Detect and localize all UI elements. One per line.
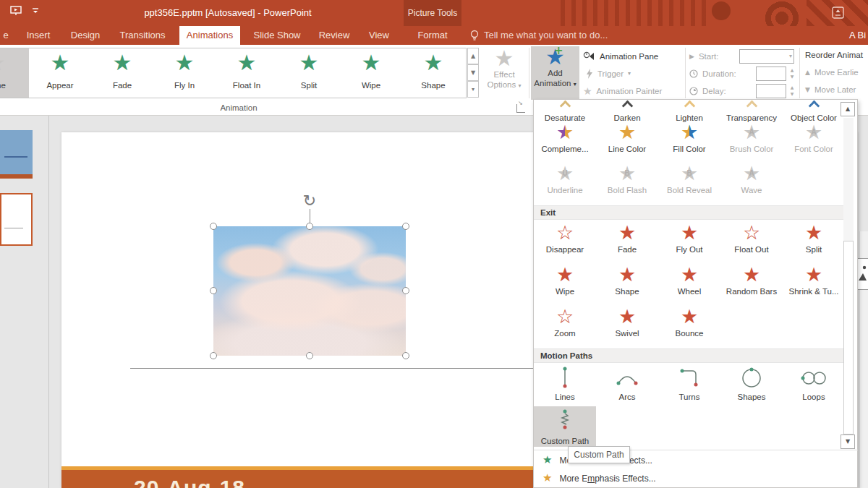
menu-item-bold-flash[interactable]: ★ B Bold Flash [596, 163, 658, 194]
tab-home-partial[interactable]: e [0, 26, 12, 45]
menu-item-fade-exit[interactable]: ★ Fade [596, 223, 658, 254]
gallery-item-split[interactable]: ★ Split [278, 48, 340, 98]
menu-item-disappear[interactable]: ☆ Disappear [534, 223, 596, 254]
menu-item-wave[interactable]: ★ A Wave [720, 163, 783, 194]
effect-options-button[interactable]: ★ Effect Options ▾ [482, 48, 527, 98]
duration-spinner[interactable] [756, 67, 786, 81]
picture-scroll-button[interactable] [856, 258, 868, 290]
animation-painter-button[interactable]: ★ Animation Painter [583, 85, 662, 97]
gallery-item-fly-in[interactable]: ★ Fly In [153, 48, 216, 98]
resize-handle-sw[interactable] [210, 352, 217, 359]
delay-spinner[interactable] [756, 84, 786, 98]
star-red-arrow-icon: ★ [658, 223, 720, 244]
menu-item-more-emphasis-effects[interactable]: ★ More Emphasis Effects... [534, 469, 845, 487]
start-label: ▶ Start: [689, 51, 718, 62]
ribbon-display-options-icon[interactable] [832, 7, 844, 19]
animation-gallery: ★ ne ★ Appear ★ Fade ★ Fly In ★ Float In… [0, 48, 467, 98]
lightning-icon [586, 69, 593, 79]
menu-item-object-color[interactable]: Object Color [783, 100, 845, 122]
tab-animations-active[interactable]: Animations [179, 26, 240, 45]
animation-pane-button[interactable]: Animation Pane [583, 51, 658, 62]
menu-item-split-exit[interactable]: ★ Split [783, 223, 845, 254]
menu-item-line-color[interactable]: ★ Line Color [596, 122, 658, 153]
menu-item-custom-path-highlighted[interactable]: Custom Path [534, 406, 596, 447]
menu-item-font-color[interactable]: ★ A Font Color [783, 122, 845, 153]
gallery-item-fade[interactable]: ★ Fade [91, 48, 153, 98]
menu-item-fill-color[interactable]: ★ ★ Fill Color [658, 122, 720, 153]
gallery-more-button[interactable]: ▾ [467, 81, 479, 98]
menu-item-bold-reveal[interactable]: ★ B Bold Reveal [658, 163, 720, 194]
menu-item-shapes[interactable]: Shapes [720, 366, 783, 401]
dialog-launcher-icon[interactable] [516, 104, 525, 113]
menu-item-fly-out[interactable]: ★ Fly Out [658, 223, 720, 254]
star-gold-blue-icon: ★ ★ [658, 122, 720, 144]
gallery-item-none-selected[interactable]: ★ ne [0, 48, 29, 98]
tab-review[interactable]: Review [314, 26, 354, 45]
tab-design[interactable]: Design [67, 26, 103, 45]
duration-spinner-arrows[interactable]: ▲▼ [788, 67, 796, 81]
menu-item-swivel[interactable]: ★ Swivel [596, 307, 658, 338]
start-combobox[interactable]: ▾ [739, 49, 794, 64]
move-later-button[interactable]: ▼ Move Later [805, 85, 856, 94]
tab-insert[interactable]: Insert [20, 26, 56, 45]
menu-scroll-down-button[interactable]: ▼ [841, 435, 855, 449]
panel-divider[interactable] [48, 116, 49, 488]
delay-spinner-arrows[interactable]: ▲▼ [788, 84, 796, 98]
menu-item-arcs[interactable]: Arcs [596, 366, 658, 401]
menu-item-lighten[interactable]: Lighten [658, 100, 720, 122]
menu-item-brush-color[interactable]: ★ A Brush Color [720, 122, 783, 153]
add-animation-button[interactable]: ★+ Add Animation ▾ [531, 46, 579, 100]
tab-format-contextual[interactable]: Format [404, 26, 461, 45]
slide-thumbnail-2-selected[interactable] [0, 193, 33, 246]
menu-item-lines[interactable]: Lines [534, 366, 596, 401]
user-account-name[interactable]: A Bi [849, 26, 866, 45]
star-red-turn-icon: ★ [783, 265, 845, 286]
resize-handle-e[interactable] [402, 287, 409, 294]
tab-transitions[interactable]: Transitions [114, 26, 171, 45]
menu-scrollbar-thumb[interactable] [843, 241, 854, 435]
vertical-scrollbar[interactable] [859, 231, 868, 488]
star-tip-blue-icon [808, 100, 820, 112]
menu-item-loops[interactable]: Loops [783, 366, 845, 401]
path-circle-icon [739, 366, 764, 389]
menu-item-underline[interactable]: ★ U Underline [534, 163, 596, 194]
tab-view[interactable]: View [363, 26, 395, 45]
menu-item-turns[interactable]: Turns [658, 366, 720, 401]
menu-item-transparency[interactable]: Transparency [720, 100, 783, 122]
menu-item-shape-exit[interactable]: ★ Shape [596, 265, 658, 296]
tell-me-box[interactable]: Tell me what you want to do... [470, 26, 608, 45]
resize-handle-ne[interactable] [402, 223, 409, 230]
trigger-button[interactable]: Trigger ▾ [586, 68, 631, 80]
cloud-picture-selected[interactable]: ↻ [213, 226, 406, 356]
customize-quick-access-icon[interactable] [32, 7, 39, 14]
gallery-item-float-in[interactable]: ★ Float In [216, 48, 278, 98]
resize-handle-s[interactable] [306, 352, 313, 359]
menu-item-random-bars[interactable]: ★ Random Bars [720, 265, 783, 296]
menu-item-darken[interactable]: Darken [596, 100, 658, 122]
menu-scroll-up-button[interactable]: ▲ [841, 102, 855, 116]
gallery-item-wipe[interactable]: ★ Wipe [340, 48, 402, 98]
gallery-scroll-down-button[interactable]: ▼ [467, 64, 479, 81]
resize-handle-n[interactable] [306, 223, 313, 230]
menu-item-float-out[interactable]: ☆ Float Out [720, 223, 783, 254]
menu-item-bounce[interactable]: ★ Bounce [658, 307, 720, 338]
menu-item-shrink-and-turn[interactable]: ★ Shrink & Tu... [783, 265, 845, 296]
gallery-scroll-up-button[interactable]: ▲ [467, 48, 479, 64]
resize-handle-nw[interactable] [210, 223, 217, 230]
gallery-item-shape[interactable]: ★ Shape [402, 48, 464, 98]
menu-item-complementary-color[interactable]: ★ ★ Compleme... [534, 122, 596, 153]
gallery-item-appear[interactable]: ★ Appear [29, 48, 91, 98]
menu-item-desaturate[interactable]: Desaturate [534, 100, 596, 122]
menu-item-wheel[interactable]: ★ Wheel [658, 265, 720, 296]
menu-item-wipe-exit[interactable]: ★ Wipe [534, 265, 596, 296]
reorder-animation-header: Reorder Animat [805, 51, 863, 59]
slideshow-icon[interactable] [10, 6, 22, 16]
resize-handle-w[interactable] [210, 287, 217, 294]
ribbon-tab-row: e Insert Design Transitions Animations S… [0, 26, 868, 45]
rotation-handle[interactable]: ↻ [303, 193, 316, 209]
move-earlier-button[interactable]: ▲ Move Earlie [805, 68, 859, 77]
slide-thumbnail-1[interactable] [0, 130, 33, 179]
menu-item-zoom-exit[interactable]: ☆ Zoom [534, 307, 596, 338]
resize-handle-se[interactable] [402, 352, 409, 359]
tab-slide-show[interactable]: Slide Show [249, 26, 305, 45]
